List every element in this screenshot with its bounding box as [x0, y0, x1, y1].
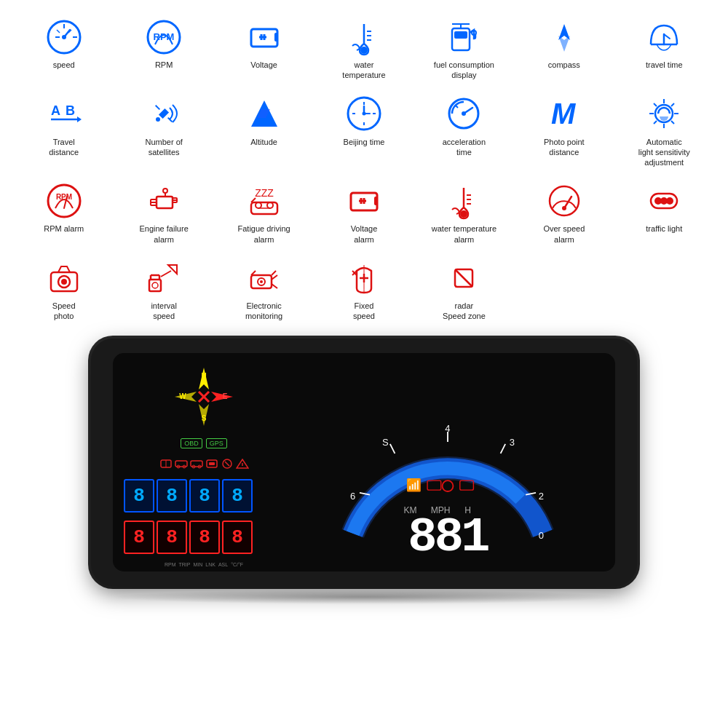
svg-rect-137 [209, 462, 215, 465]
hud-right-panel: 4 3 2 S 6 0 📶 KM [291, 364, 604, 561]
digit-r1: 8 [124, 521, 154, 554]
svg-point-92 [666, 197, 673, 205]
icon-compass-nav: compass [515, 11, 613, 87]
device-shadow [109, 590, 619, 604]
svg-point-82 [460, 210, 467, 218]
svg-line-58 [671, 121, 674, 124]
icon-water-alarm: water temperaturealarm [415, 175, 513, 250]
svg-text:4: 4 [445, 423, 450, 434]
rpm-alarm-label: RPM alarm [44, 223, 84, 234]
icon-auto-light: Automaticlight sensitivityadjustment [615, 88, 713, 174]
fuel-label: fuel consumptiondisplay [434, 60, 494, 81]
travel-dist-icon: A B [45, 94, 83, 134]
accel-time-label: accelerationtime [443, 137, 486, 158]
svg-point-105 [260, 280, 263, 283]
radar-label: radarSpeed zone [443, 301, 486, 322]
icon-accel-time: accelerationtime [415, 88, 513, 174]
icon-empty-1 [515, 252, 613, 328]
auto-light-label: Automaticlight sensitivityadjustment [638, 137, 690, 168]
svg-text:B: B [66, 103, 75, 118]
voltage-icon [245, 17, 283, 57]
icon-engine-fail: Engine failurealarm [114, 175, 213, 250]
travel-time-label: travel time [646, 60, 683, 70]
traffic-icon [645, 181, 683, 221]
water-temp-label: watertemperature [342, 60, 385, 81]
svg-text:S: S [382, 436, 389, 447]
svg-text:2: 2 [539, 491, 544, 502]
compass-nav-icon [545, 17, 583, 57]
icon-electronic: Electronicmonitoring [215, 252, 313, 328]
svg-rect-20 [454, 31, 467, 39]
digit-r4: 8 [222, 521, 253, 554]
svg-line-98 [161, 271, 171, 277]
svg-rect-154 [427, 480, 441, 490]
main-container: speed RPM RPM [0, 0, 728, 728]
icon-water-temp: watertemperature [314, 11, 413, 87]
icon-altitude: Altitude [215, 88, 313, 174]
svg-text:E: E [223, 392, 228, 400]
svg-rect-78 [374, 197, 378, 205]
speed-photo-label: Speedphoto [52, 301, 76, 322]
voltage-alarm-icon [345, 181, 383, 221]
svg-text:0: 0 [539, 530, 544, 541]
speed-icon [45, 17, 83, 57]
svg-line-6 [57, 30, 60, 33]
digit-r3: 8 [189, 521, 220, 554]
icon-rpm: RPM RPM [114, 11, 213, 87]
satellites-icon [145, 94, 183, 134]
water-temp-icon [345, 17, 383, 57]
svg-line-143 [501, 444, 506, 454]
svg-line-59 [671, 103, 674, 106]
travel-dist-label: Traveldistance [49, 137, 79, 158]
beijing-time-label: Beijing time [344, 137, 385, 147]
svg-point-61 [48, 185, 80, 217]
auto-light-icon [645, 94, 683, 134]
rpm-label: RPM [155, 60, 173, 70]
svg-text:3: 3 [510, 436, 515, 447]
travel-time-icon [645, 17, 683, 57]
svg-point-97 [152, 282, 158, 288]
svg-marker-32 [77, 116, 82, 122]
svg-line-60 [654, 121, 657, 124]
icons-grid: speed RPM RPM [7, 7, 721, 331]
speed-photo-icon [45, 258, 83, 298]
icon-speed-photo: Speedphoto [15, 252, 113, 328]
svg-text:A: A [51, 103, 60, 118]
icon-speed: speed [15, 11, 113, 87]
altitude-icon [245, 94, 283, 134]
digit-3: 8 [189, 479, 220, 513]
electronic-icon [245, 258, 283, 298]
icon-empty-2 [615, 252, 713, 328]
hud-bottom-labels: RPMTRIPMINLNKASL°C/°F [124, 562, 284, 567]
svg-line-34 [156, 106, 160, 110]
svg-point-36 [156, 117, 160, 122]
icon-rpm-alarm: RPM RPM alarm [15, 175, 113, 250]
voltage-alarm-label: Voltagealarm [351, 223, 378, 245]
svg-rect-33 [159, 108, 169, 119]
icon-fuel: fuel consumptiondisplay [415, 11, 513, 87]
digit-2: 8 [157, 479, 187, 513]
rpm-alarm-icon: RPM [45, 181, 83, 221]
overspeed-icon [545, 181, 583, 221]
digit-1: 8 [124, 479, 154, 513]
overspeed-label: Over speedalarm [543, 223, 585, 245]
svg-line-57 [654, 103, 657, 106]
svg-text:ZZZ: ZZZ [255, 187, 274, 199]
speed-label: speed [53, 60, 75, 70]
svg-text:📶: 📶 [406, 478, 422, 493]
engine-fail-label: Engine failurealarm [139, 223, 188, 245]
icon-voltage: Voltage [215, 11, 313, 87]
svg-point-88 [562, 206, 566, 210]
svg-rect-11 [274, 33, 278, 41]
svg-point-15 [360, 47, 368, 54]
icon-travel-dist: A B Traveldistance [15, 88, 113, 174]
compass-nav-label: compass [548, 60, 580, 70]
svg-line-109 [272, 271, 276, 275]
accel-time-icon [445, 94, 483, 134]
interval-label: intervalspeed [151, 301, 176, 322]
altitude-label: Altitude [250, 137, 277, 147]
voltage-label: Voltage [250, 60, 277, 70]
svg-point-49 [462, 111, 466, 116]
svg-text:W: W [179, 392, 186, 400]
gps-tag: GPS [206, 438, 227, 448]
